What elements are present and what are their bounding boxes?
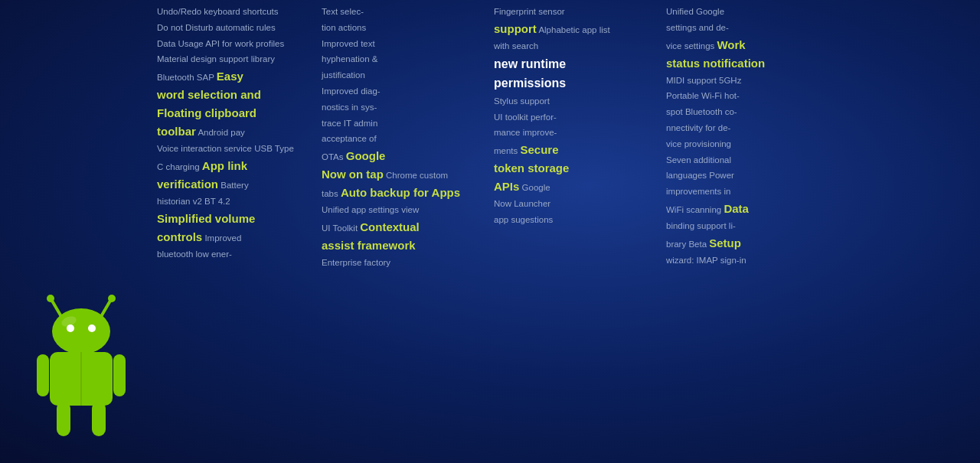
column-1: Undo/Redo keyboard shortcuts Do not Dist… <box>157 4 322 262</box>
col1-text: Undo/Redo keyboard shortcuts Do not Dist… <box>157 4 322 262</box>
column-3: Fingerprint sensor support Alphabetic ap… <box>494 4 662 228</box>
col2-text: Text selec-tion actionsImproved texthyph… <box>322 4 490 271</box>
col4-text: Unified Googlesettings and de-vice setti… <box>666 4 835 269</box>
column-2: Text selec-tion actionsImproved texthyph… <box>322 4 490 271</box>
features-text-area: Undo/Redo keyboard shortcuts Do not Dist… <box>0 0 980 463</box>
column-4: Unified Googlesettings and de-vice setti… <box>666 4 835 269</box>
background: Undo/Redo keyboard shortcuts Do not Dist… <box>0 0 980 463</box>
col3-text: Fingerprint sensor support Alphabetic ap… <box>494 4 662 228</box>
